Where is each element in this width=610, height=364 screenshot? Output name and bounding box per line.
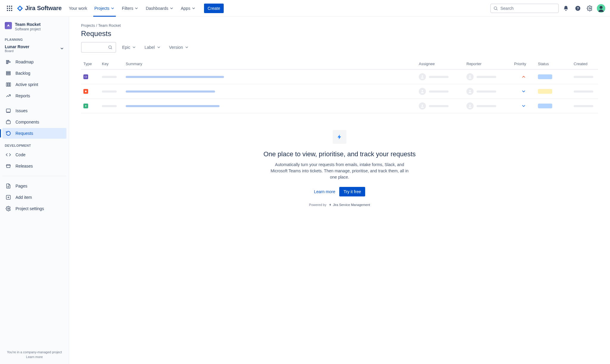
reports-icon: [5, 93, 11, 99]
grid-icon: [7, 6, 12, 11]
svg-rect-27: [6, 121, 10, 124]
bell-icon: [563, 5, 569, 11]
promo-body: Automatically turn your requests from em…: [268, 162, 411, 180]
top-nav: Jira Software Your workProjectsFiltersDa…: [0, 0, 610, 17]
create-button[interactable]: Create: [204, 4, 224, 13]
sidebar-item-add-item[interactable]: Add item: [2, 192, 66, 203]
app-switcher-button[interactable]: [5, 4, 14, 13]
project-sidebar: Team Rocket Software project PLANNING Lu…: [0, 17, 69, 364]
filter-epic[interactable]: Epic: [122, 45, 136, 50]
nav-item-apps[interactable]: Apps: [177, 0, 199, 17]
sidebar-item-roadmap[interactable]: Roadmap: [2, 57, 66, 67]
svg-rect-22: [6, 83, 7, 86]
sidebar-item-components[interactable]: Components: [2, 117, 66, 127]
help-button[interactable]: ?: [573, 4, 583, 13]
breadcrumb: Projects / Team Rocket: [81, 23, 598, 28]
placeholder: [477, 90, 496, 93]
releases-icon: [5, 163, 11, 169]
placeholder: [102, 90, 117, 93]
sidebar-item-active-sprint[interactable]: Active sprint: [2, 79, 66, 90]
filter-version[interactable]: Version: [169, 45, 189, 50]
svg-point-39: [422, 90, 423, 91]
sidebar-item-label: Active sprint: [15, 82, 38, 87]
sidebar-item-code[interactable]: Code: [2, 149, 66, 160]
sidebar-footer: You're in a company-managed project Lear…: [0, 346, 69, 362]
learn-more-link[interactable]: Learn more: [314, 189, 335, 194]
avatar-icon: [466, 102, 474, 110]
priority-icon: [521, 74, 526, 79]
sidebar-item-label: Components: [15, 120, 39, 124]
sidebar-footer-link[interactable]: Learn more: [4, 355, 65, 359]
filter-search-input[interactable]: [81, 42, 116, 53]
project-header[interactable]: Team Rocket Software project: [0, 22, 69, 34]
sidebar-item-requests[interactable]: Requests: [2, 128, 66, 139]
product-logo[interactable]: Jira Software: [17, 5, 62, 12]
status-badge: [538, 89, 552, 94]
chevron-down-icon: [169, 6, 174, 10]
placeholder: [477, 76, 496, 78]
issues-icon: [5, 108, 11, 113]
filter-label: Label: [144, 45, 155, 50]
sidebar-item-reports[interactable]: Reports: [2, 90, 66, 101]
svg-rect-17: [6, 62, 10, 62]
sidebar-item-label: Reports: [15, 93, 30, 98]
column-status[interactable]: Status: [536, 59, 571, 69]
promo-heading: One place to view, prioritise, and track…: [263, 150, 416, 158]
column-created[interactable]: Created: [571, 59, 598, 69]
chevron-down-icon: [111, 6, 115, 10]
profile-avatar[interactable]: [597, 4, 605, 13]
chevron-down-icon: [185, 45, 189, 49]
filter-label[interactable]: Label: [144, 45, 161, 50]
avatar-icon: [419, 73, 426, 80]
chevron-down-icon: [157, 45, 161, 49]
board-selector[interactable]: Lunar Rover Board: [0, 43, 69, 56]
svg-point-38: [85, 90, 86, 92]
nav-item-dashboards[interactable]: Dashboards: [142, 0, 177, 17]
placeholder: [429, 105, 449, 107]
sidebar-item-project-settings[interactable]: Project settings: [2, 203, 66, 214]
jira-icon: [17, 5, 23, 12]
sidebar-item-releases[interactable]: Releases: [2, 161, 66, 171]
section-planning-label: PLANNING: [0, 34, 69, 43]
global-search-input[interactable]: [490, 4, 559, 13]
table-row[interactable]: [81, 69, 598, 84]
svg-rect-18: [6, 63, 8, 64]
nav-item-projects[interactable]: Projects: [91, 0, 119, 17]
svg-line-10: [497, 9, 497, 10]
promo-panel: One place to view, prioritise, and track…: [81, 130, 598, 207]
sidebar-item-issues[interactable]: Issues: [2, 105, 66, 116]
chevron-down-icon: [132, 45, 136, 49]
column-assignee[interactable]: Assignee: [416, 59, 464, 69]
svg-rect-0: [7, 6, 8, 7]
placeholder: [102, 105, 117, 107]
column-priority[interactable]: Priority: [512, 59, 536, 69]
nav-item-filters[interactable]: Filters: [118, 0, 142, 17]
column-keycol[interactable]: Key: [99, 59, 123, 69]
sidebar-item-backlog[interactable]: Backlog: [2, 68, 66, 79]
placeholder: [102, 76, 117, 78]
sidebar-item-label: Requests: [15, 131, 33, 136]
svg-rect-2: [11, 6, 12, 7]
nav-item-label: Your work: [69, 6, 87, 11]
column-summary[interactable]: Summary: [123, 59, 416, 69]
main-content: Projects / Team Rocket Requests EpicLabe…: [69, 17, 610, 364]
svg-point-37: [469, 75, 471, 77]
requests-icon: [5, 131, 11, 136]
table-row[interactable]: [81, 99, 598, 113]
svg-point-15: [600, 6, 603, 9]
status-badge: [538, 104, 552, 108]
sprint-icon: [5, 82, 11, 87]
column-reporter[interactable]: Reporter: [464, 59, 512, 69]
settings-button[interactable]: [585, 4, 595, 13]
table-row[interactable]: [81, 84, 598, 99]
issue-type-icon: [83, 74, 88, 79]
try-free-button[interactable]: Try it free: [339, 187, 365, 196]
nav-item-label: Dashboards: [146, 6, 168, 11]
sidebar-item-pages[interactable]: Pages: [2, 181, 66, 191]
breadcrumb-root[interactable]: Projects: [81, 23, 95, 28]
nav-item-your-work[interactable]: Your work: [65, 0, 91, 17]
avatar-icon: [419, 88, 426, 95]
svg-rect-5: [11, 8, 12, 9]
notifications-button[interactable]: [561, 4, 571, 13]
column-type[interactable]: Type: [81, 59, 99, 69]
